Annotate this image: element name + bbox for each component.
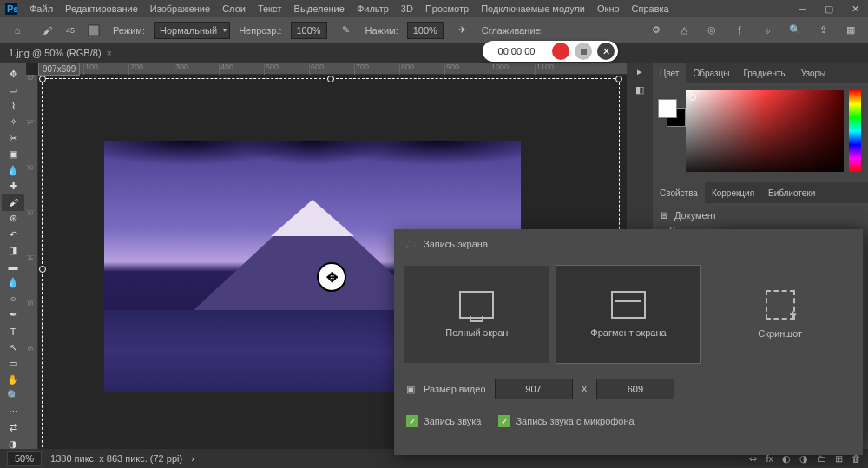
tab-properties[interactable]: Свойства (653, 182, 705, 203)
minimize-button[interactable]: ─ (790, 0, 816, 17)
checkbox-mic[interactable]: ✓Запись звука с микрофона (498, 415, 634, 427)
menu-edit[interactable]: Редактирование (65, 3, 138, 14)
lasso-tool[interactable]: ⌇ (2, 98, 24, 115)
tab-close-icon[interactable]: × (107, 48, 112, 58)
zoom-tool[interactable]: 🔍 (2, 387, 24, 404)
ruler-horizontal: 010020030040050060070080090010001100 (38, 63, 653, 75)
flow-input[interactable]: 100% (407, 22, 444, 39)
hue-slider[interactable] (849, 90, 861, 172)
move-cursor-icon: ✥ (317, 262, 346, 292)
edit-toolbar[interactable]: ⋯ (2, 404, 24, 420)
angle-icon[interactable]: △ (674, 21, 694, 40)
frame-tool[interactable]: ▣ (2, 147, 24, 163)
color-tabs: Цвет Образцы Градиенты Узоры (653, 63, 868, 83)
close-button[interactable]: ✕ (842, 0, 868, 17)
fg-bg-swatches[interactable] (658, 99, 677, 118)
record-button[interactable] (552, 43, 569, 60)
history-brush-tool[interactable]: ↶ (2, 227, 24, 243)
props-tabs: Свойства Коррекция Библиотеки (653, 182, 868, 203)
svg-text:Ps: Ps (7, 3, 17, 14)
tab-libraries[interactable]: Библиотеки (761, 182, 822, 203)
blur-tool[interactable]: 💧 (2, 275, 24, 292)
path-tool[interactable]: ↖ (2, 339, 24, 356)
stamp-tool[interactable]: ⊛ (2, 211, 24, 227)
brush-icon[interactable]: 🖌 (36, 21, 57, 40)
status-chevron-icon[interactable]: › (191, 453, 194, 464)
airbrush-icon[interactable]: ✈ (452, 21, 473, 40)
menu-view[interactable]: Просмотр (425, 3, 469, 14)
option-screenshot[interactable]: Скриншот (707, 266, 852, 363)
option-fullscreen[interactable]: Полный экран (404, 266, 549, 363)
width-input[interactable] (495, 379, 573, 399)
color-swap[interactable]: ⇄ (2, 419, 24, 436)
menu-help[interactable]: Справка (632, 3, 669, 14)
symmetry-icon[interactable]: ᚶ (729, 21, 750, 40)
marquee-tool[interactable]: ▭ (2, 82, 24, 99)
size-icon: ▣ (406, 384, 415, 395)
dodge-tool[interactable]: ○ (2, 291, 24, 307)
crop-tool[interactable]: ✂ (2, 130, 24, 147)
x-label: X (582, 384, 588, 394)
option-fragment[interactable]: Фрагмент экрана (556, 266, 701, 363)
home-icon[interactable]: ⌂ (7, 21, 28, 40)
heal-tool[interactable]: ✚ (2, 179, 24, 195)
pen-tool[interactable]: ✒ (2, 307, 24, 324)
pressure-opacity-icon[interactable]: ✎ (336, 21, 357, 40)
menu-text[interactable]: Текст (258, 3, 282, 14)
maximize-button[interactable]: ▢ (816, 0, 842, 17)
hand-tool[interactable]: ✋ (2, 372, 24, 388)
properties-panel-icon[interactable]: ◧ (635, 84, 644, 96)
menu-filter[interactable]: Фильтр (357, 3, 389, 14)
move-tool[interactable]: ✥ (2, 66, 24, 82)
recording-timer: 00:00:00 (486, 46, 547, 56)
dimension-badge: 907x609 (38, 63, 80, 76)
shape-tool[interactable]: ▭ (2, 355, 24, 372)
opacity-label: Непрозр.: (239, 25, 281, 36)
monitor-icon (459, 291, 494, 319)
opacity-input[interactable]: 100% (291, 22, 327, 39)
pressure-size-icon[interactable]: ⟐ (757, 21, 778, 40)
color-picker[interactable] (686, 90, 844, 172)
eraser-tool[interactable]: ◨ (2, 243, 24, 260)
tools-panel: ✥ ▭ ⌇ ✧ ✂ ▣ 💧 ✚ 🖌 ⊛ ↶ ◨ ▬ 💧 ○ ✒ T ↖ ▭ ✋ … (0, 63, 26, 468)
blend-mode-dropdown[interactable]: Нормальный (154, 22, 230, 39)
document-title: 1.jpg @ 50% (RGB/8) (9, 48, 102, 58)
foreground-swatch[interactable] (658, 99, 677, 118)
document-tab[interactable]: 1.jpg @ 50% (RGB/8) × (0, 43, 868, 63)
tab-swatches[interactable]: Образцы (686, 63, 736, 83)
swatch-icon[interactable] (83, 21, 104, 40)
ruler-vertical: 0123456 (26, 75, 38, 468)
zoom-level[interactable]: 50% (7, 451, 42, 466)
stop-button[interactable] (575, 43, 592, 60)
workspace-icon[interactable]: ▦ (840, 21, 861, 40)
menu-file[interactable]: Файл (30, 3, 53, 14)
wand-tool[interactable]: ✧ (2, 115, 24, 131)
tab-gradients[interactable]: Градиенты (736, 63, 793, 83)
doc-label: Документ (674, 210, 717, 221)
pill-close-button[interactable]: ✕ (597, 43, 615, 60)
tab-color[interactable]: Цвет (653, 63, 686, 83)
share-icon[interactable]: ⇪ (812, 21, 833, 40)
target-icon[interactable]: ◎ (701, 21, 722, 40)
menu-plugins[interactable]: Подключаемые модули (481, 3, 585, 14)
history-panel-icon[interactable]: ▸ (637, 66, 642, 77)
screen-recorder-window: 🎥 Запись экрана Полный экран Фрагмент эк… (394, 229, 863, 455)
gradient-tool[interactable]: ▬ (2, 259, 24, 275)
type-tool[interactable]: T (2, 323, 24, 339)
menu-3d[interactable]: 3D (401, 3, 413, 14)
svg-rect-2 (89, 25, 99, 36)
document-icon: 🗎 (660, 210, 669, 221)
brush-tool[interactable]: 🖌 (2, 194, 24, 211)
checkbox-audio[interactable]: ✓Запись звука (406, 415, 481, 427)
menu-window[interactable]: Окно (597, 3, 620, 14)
height-input[interactable] (596, 379, 674, 399)
gear-icon[interactable]: ⚙ (646, 21, 667, 40)
tab-adjustments[interactable]: Коррекция (705, 182, 761, 203)
menu-image[interactable]: Изображение (150, 3, 210, 14)
menu-layers[interactable]: Слои (222, 3, 246, 14)
window-controls: ─ ▢ ✕ (790, 0, 868, 17)
search-icon[interactable]: 🔍 (785, 21, 806, 40)
tab-patterns[interactable]: Узоры (794, 63, 833, 83)
menu-select[interactable]: Выделение (294, 3, 345, 14)
eyedropper-tool[interactable]: 💧 (2, 162, 24, 179)
